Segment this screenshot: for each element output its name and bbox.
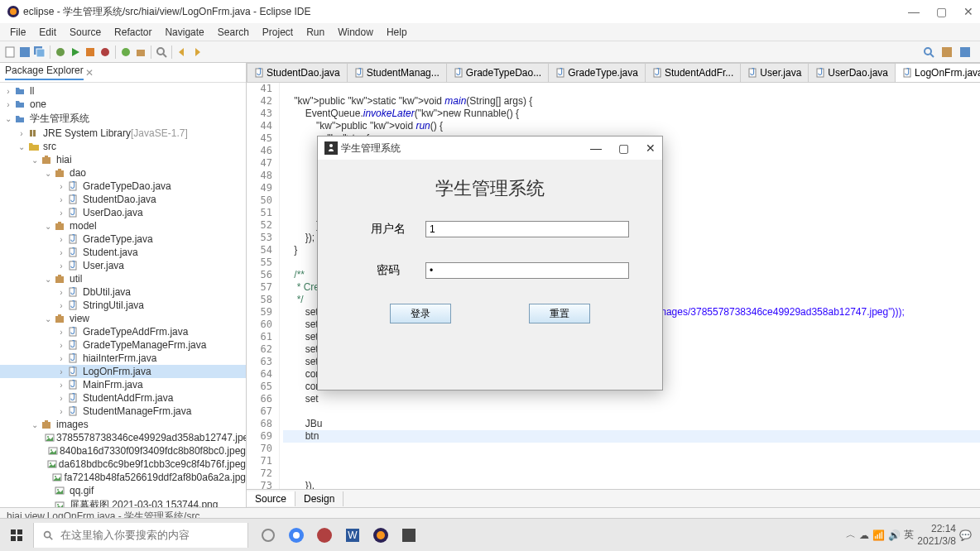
- menu-help[interactable]: Help: [380, 25, 414, 40]
- start-button[interactable]: [0, 519, 33, 552]
- menu-navigate[interactable]: Navigate: [158, 25, 210, 40]
- tree-item[interactable]: ›JGradeTypeManageFrm.java: [0, 338, 246, 352]
- save-all-icon[interactable]: [33, 46, 46, 59]
- taskbar-search-input[interactable]: [60, 529, 239, 541]
- tree-item[interactable]: ⌄dao: [0, 166, 246, 180]
- menu-project[interactable]: Project: [256, 25, 300, 40]
- password-input[interactable]: [425, 262, 629, 279]
- twist-icon[interactable]: ⌄: [43, 222, 53, 231]
- quick-access-icon[interactable]: [922, 46, 935, 59]
- debug-icon[interactable]: [54, 46, 67, 59]
- twist-icon[interactable]: ⌄: [43, 314, 53, 323]
- tree-item[interactable]: ⌄hiai: [0, 153, 246, 166]
- back-icon[interactable]: [175, 46, 189, 59]
- twist-icon[interactable]: ›: [56, 394, 66, 403]
- perspective-java-icon[interactable]: [940, 46, 954, 59]
- reset-button[interactable]: 重置: [529, 304, 590, 323]
- login-button[interactable]: 登录: [390, 304, 451, 323]
- new-class-icon[interactable]: [119, 46, 132, 59]
- tree-item[interactable]: ›JhiaiInterFrm.java: [0, 352, 246, 365]
- tree-item[interactable]: ⌄util: [0, 272, 246, 285]
- twist-icon[interactable]: ›: [56, 341, 66, 350]
- tray-volume-icon[interactable]: 🔊: [888, 529, 901, 541]
- twist-icon[interactable]: ›: [56, 235, 66, 244]
- tree-item[interactable]: ›one: [0, 98, 246, 111]
- file-tab[interactable]: JLogOnFrm.java✕: [895, 63, 980, 82]
- menu-file[interactable]: File: [3, 25, 32, 40]
- file-tab[interactable]: JStudentAddFr...: [645, 63, 741, 82]
- search-icon[interactable]: [155, 46, 168, 59]
- tree-item[interactable]: ›JGradeTypeAddFrm.java: [0, 325, 246, 338]
- perspective-open-icon[interactable]: [958, 46, 972, 59]
- menu-edit[interactable]: Edit: [32, 25, 63, 40]
- tree-item[interactable]: ›JGradeTypeDao.java: [0, 180, 246, 193]
- twist-icon[interactable]: ›: [56, 195, 66, 204]
- twist-icon[interactable]: ›: [56, 261, 66, 271]
- tray-chevron-icon[interactable]: ︿: [846, 528, 856, 542]
- taskbar-search[interactable]: [33, 523, 248, 548]
- tray-notifications-icon[interactable]: 💬: [959, 529, 972, 541]
- tree-item[interactable]: ⌄view: [0, 312, 246, 325]
- tree-item[interactable]: ›JUser.java: [0, 259, 246, 272]
- menu-refactor[interactable]: Refactor: [108, 25, 158, 40]
- twist-icon[interactable]: ›: [56, 407, 66, 416]
- tray-wifi-icon[interactable]: 📶: [872, 529, 885, 541]
- tree-item[interactable]: 840ba16d7330f09f3409fdc8b80f8bc0.jpeg: [0, 444, 246, 458]
- maximize-button[interactable]: ▢: [936, 5, 947, 18]
- tree-item[interactable]: ›JStudentManageFrm.java: [0, 405, 246, 418]
- new-icon[interactable]: [3, 46, 17, 59]
- file-tab[interactable]: JStudentManag...: [347, 63, 447, 82]
- tray-clock[interactable]: 22:14 2021/3/8: [917, 523, 956, 547]
- tree-item[interactable]: ›JStudentAddFrm.java: [0, 391, 246, 405]
- dialog-close-button[interactable]: ✕: [646, 141, 656, 155]
- twist-icon[interactable]: ›: [56, 301, 66, 310]
- tree-item[interactable]: 3785578738346ce49929ad358ab12747.jpeg: [0, 431, 246, 444]
- menu-search[interactable]: Search: [211, 25, 256, 40]
- chrome-icon[interactable]: [285, 524, 308, 547]
- run-icon[interactable]: [69, 46, 82, 59]
- twist-icon[interactable]: ›: [56, 381, 66, 390]
- file-tab[interactable]: JStudentDao.java: [247, 63, 348, 82]
- tree-item[interactable]: ›ll: [0, 84, 246, 98]
- file-tab[interactable]: JUserDao.java: [808, 63, 896, 82]
- menu-source[interactable]: Source: [63, 25, 108, 40]
- twist-icon[interactable]: ›: [56, 288, 66, 297]
- dialog-maximize-button[interactable]: ▢: [618, 141, 629, 155]
- twist-icon[interactable]: ›: [56, 208, 66, 218]
- tree-item[interactable]: ⌄model: [0, 219, 246, 232]
- cortana-icon[interactable]: [257, 524, 280, 547]
- app2-icon[interactable]: [397, 524, 420, 547]
- twist-icon[interactable]: ⌄: [43, 275, 53, 284]
- twist-icon[interactable]: ›: [3, 87, 13, 96]
- twist-icon[interactable]: ›: [56, 328, 66, 337]
- menu-window[interactable]: Window: [331, 25, 380, 40]
- tree-item[interactable]: ›JLogOnFrm.java: [0, 365, 246, 378]
- username-input[interactable]: [425, 221, 629, 237]
- close-button[interactable]: ✕: [963, 5, 973, 18]
- tree-item[interactable]: ›JStudent.java: [0, 246, 246, 259]
- twist-icon[interactable]: ⌄: [30, 156, 40, 165]
- save-icon[interactable]: [18, 46, 31, 59]
- file-tab[interactable]: JUser.java: [740, 63, 809, 82]
- tree-item[interactable]: ›JUserDao.java: [0, 206, 246, 219]
- twist-icon[interactable]: ›: [3, 100, 13, 109]
- file-tab[interactable]: JGradeType.java: [548, 63, 646, 82]
- tree-item[interactable]: ›JStringUtil.java: [0, 299, 246, 312]
- word-icon[interactable]: W: [341, 524, 364, 547]
- file-tab[interactable]: JGradeTypeDao...: [446, 63, 549, 82]
- app1-icon[interactable]: [313, 524, 336, 547]
- tree-item[interactable]: ⌄src: [0, 140, 246, 153]
- twist-icon[interactable]: ⌄: [43, 169, 53, 178]
- coverage-icon[interactable]: [84, 46, 97, 59]
- tree-item[interactable]: ›JDbUtil.java: [0, 285, 246, 299]
- eclipse-task-icon[interactable]: [369, 524, 392, 547]
- tree-item[interactable]: 屏幕截图 2021-03-03 153744.png: [0, 497, 246, 507]
- tree-item[interactable]: ›JGradeType.java: [0, 232, 246, 246]
- design-tab[interactable]: Design: [295, 491, 343, 506]
- twist-icon[interactable]: ⌄: [30, 420, 40, 429]
- twist-icon[interactable]: ›: [56, 354, 66, 363]
- tree-item[interactable]: ›JStudentDao.java: [0, 193, 246, 206]
- new-pkg-icon[interactable]: [134, 46, 147, 59]
- twist-icon[interactable]: ›: [56, 182, 66, 191]
- tree-item[interactable]: da618bdbc6c9be9f1cbb3ce9c8f4b76f.jpeg: [0, 458, 246, 471]
